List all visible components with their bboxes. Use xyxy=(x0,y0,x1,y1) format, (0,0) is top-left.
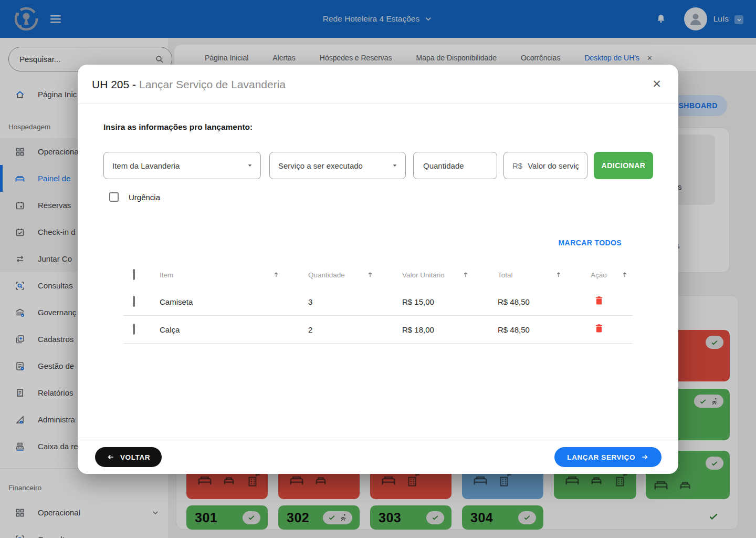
item-cell: Camiseta xyxy=(152,297,284,306)
select-all-cell xyxy=(123,270,152,280)
urgency-checkbox[interactable] xyxy=(109,192,119,202)
laundry-service-dialog: UH 205 -Lançar Serviço de Lavanderia ✕ I… xyxy=(78,65,678,474)
header-divider xyxy=(78,104,678,104)
quantity-input[interactable] xyxy=(422,161,489,171)
quantity-field-wrap xyxy=(413,152,497,179)
sort-arrow-icon[interactable] xyxy=(366,271,374,278)
quantity-cell: 3 xyxy=(284,297,378,306)
select-all-checkbox[interactable] xyxy=(133,269,135,280)
table-body: Camiseta3R$ 15,00R$ 48,50Calça2R$ 18,00R… xyxy=(123,288,633,344)
table-row: Calça2R$ 18,00R$ 48,50 xyxy=(123,316,633,344)
service-select-label: Serviço a ser executado xyxy=(278,161,363,170)
item-cell: Calça xyxy=(152,325,284,334)
sort-arrow-icon[interactable] xyxy=(272,271,280,278)
currency-prefix: R$ xyxy=(512,161,522,170)
footer-divider xyxy=(78,438,678,438)
service-select[interactable]: Serviço a ser executado xyxy=(269,152,406,179)
dialog-title-room: UH 205 - xyxy=(92,78,136,90)
trash-icon xyxy=(594,295,604,306)
row-checkbox[interactable] xyxy=(133,324,135,335)
dialog-title: UH 205 -Lançar Serviço de Lavanderia xyxy=(92,78,286,91)
service-value-input[interactable] xyxy=(527,161,580,171)
delete-row-button[interactable] xyxy=(594,295,604,306)
total-cell: R$ 48,50 xyxy=(474,297,566,306)
sort-arrow-icon[interactable] xyxy=(555,271,562,278)
delete-row-button[interactable] xyxy=(594,323,604,334)
unit-value-cell: R$ 15,00 xyxy=(378,297,474,306)
total-cell: R$ 48,50 xyxy=(474,325,566,334)
table-row: Camiseta3R$ 15,00R$ 48,50 xyxy=(123,288,633,316)
column-header-valor-unit-rio[interactable]: Valor Unitário xyxy=(378,271,474,279)
table-header: ItemQuantidadeValor UnitárioTotalAção xyxy=(123,262,633,288)
instruction-text: Insira as informações pro lançamento: xyxy=(103,122,253,132)
laundry-item-select[interactable]: Item da Lavanderia xyxy=(103,152,261,179)
column-label: Item xyxy=(160,271,173,279)
mark-all-link[interactable]: MARCAR TODOS xyxy=(559,239,622,247)
row-checkbox-cell xyxy=(123,325,152,334)
submit-service-button[interactable]: LANÇAR SERVIÇO xyxy=(554,447,662,467)
caret-down-icon xyxy=(392,162,398,169)
submit-button-label: LANÇAR SERVIÇO xyxy=(567,453,635,461)
value-field-wrap: R$ xyxy=(503,152,587,179)
urgency-label: Urgência xyxy=(129,193,160,202)
column-label: Valor Unitário xyxy=(402,271,445,279)
laundry-items-table: ItemQuantidadeValor UnitárioTotalAção Ca… xyxy=(123,262,633,344)
column-header-quantidade[interactable]: Quantidade xyxy=(284,271,378,279)
arrow-left-icon xyxy=(107,453,115,461)
dialog-title-text: Lançar Serviço de Lavanderia xyxy=(139,78,286,90)
column-label: Total xyxy=(498,271,513,279)
urgency-toggle[interactable]: Urgência xyxy=(109,192,160,202)
trash-icon xyxy=(594,323,604,334)
row-checkbox-cell xyxy=(123,297,152,306)
caret-down-icon xyxy=(247,162,253,169)
sort-arrow-icon[interactable] xyxy=(621,271,628,278)
column-header-a-o[interactable]: Ação xyxy=(566,271,633,279)
back-button[interactable]: VOLTAR xyxy=(95,447,162,467)
arrow-right-icon xyxy=(640,453,649,461)
column-label: Quantidade xyxy=(308,271,345,279)
column-label: Ação xyxy=(591,271,607,279)
laundry-item-select-label: Item da Lavanderia xyxy=(112,161,180,170)
column-header-total[interactable]: Total xyxy=(474,271,566,279)
unit-value-cell: R$ 18,00 xyxy=(378,325,474,334)
column-header-item[interactable]: Item xyxy=(152,271,284,279)
action-cell xyxy=(566,323,633,336)
row-checkbox[interactable] xyxy=(133,296,135,307)
back-button-label: VOLTAR xyxy=(120,453,150,461)
close-icon[interactable]: ✕ xyxy=(650,77,664,91)
quantity-cell: 2 xyxy=(284,325,378,334)
sort-arrow-icon[interactable] xyxy=(462,271,469,278)
add-button[interactable]: ADICIONAR xyxy=(594,152,653,179)
action-cell xyxy=(566,295,633,308)
